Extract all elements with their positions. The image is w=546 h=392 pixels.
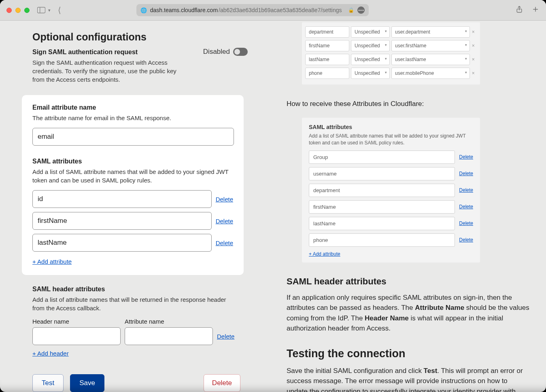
highlighted-card: Email attribute name The attribute name … <box>22 95 244 275</box>
delete-link: Delete <box>459 237 473 243</box>
ss2-title: SAML attributes <box>309 124 473 130</box>
howto-heading: How to receive these Attributes in Cloud… <box>287 100 530 108</box>
close-window-button[interactable] <box>6 8 12 13</box>
section-title: Optional configurations <box>32 31 248 43</box>
table-row: phone Unspecified user.mobilePhone × <box>305 68 477 79</box>
mapping-rule: Unspecified <box>351 54 390 65</box>
sidebar-toggle-icon[interactable] <box>37 6 46 15</box>
sign-saml-toggle[interactable] <box>233 48 248 56</box>
header-attrs-paragraph: If an application only requires specific… <box>287 292 529 334</box>
mapping-src: lastName <box>305 54 349 65</box>
mapping-rule: Unspecified <box>351 40 390 51</box>
saml-attr-row: Delete <box>32 190 233 208</box>
delete-attr-button[interactable]: Delete <box>216 239 233 246</box>
site-settings-icon: 🌐 <box>140 7 147 13</box>
ss2-desc: Add a list of SAML attribute names that … <box>309 133 473 146</box>
email-attr-title: Email attribute name <box>32 104 233 111</box>
sign-saml-row: Sign SAML authentication request Sign th… <box>32 49 248 88</box>
saml-header-attrs: SAML header attributes Add a list of att… <box>32 286 248 357</box>
delete-button[interactable]: Delete <box>204 374 240 392</box>
table-row: department Unspecified user.department × <box>305 26 477 38</box>
sign-saml-title: Sign SAML authentication request <box>32 49 198 56</box>
delete-link: Delete <box>459 154 473 160</box>
list-item: departmentDelete <box>309 184 473 197</box>
add-attribute-link: + Add attribute <box>309 251 340 257</box>
browser-window: ▾ ⟨ 🌐 dash.teams.cloudflare.com /ab62d3a… <box>0 0 546 392</box>
docs-panel: department Unspecified user.department ×… <box>258 21 546 392</box>
testing-paragraph: Save the initial SAML configuration and … <box>287 366 529 392</box>
new-tab-icon[interactable] <box>531 5 540 15</box>
header-name-label: Header name <box>32 318 121 325</box>
list-item: lastNameDelete <box>309 217 473 230</box>
svg-rect-0 <box>37 7 45 13</box>
add-attribute-button[interactable]: + Add attribute <box>32 258 72 265</box>
attribute-name-input[interactable] <box>125 327 213 345</box>
window-controls <box>6 8 30 13</box>
mapping-src: department <box>305 26 349 38</box>
saml-attr-input[interactable] <box>32 234 212 252</box>
close-icon: × <box>470 54 477 65</box>
save-button[interactable]: Save <box>70 374 104 392</box>
attribute-name-label: Attribute name <box>125 318 213 325</box>
saml-attr-row: Delete <box>32 212 233 230</box>
close-icon: × <box>470 68 477 79</box>
email-attr-desc: The attribute name for email in the SAML… <box>32 114 233 122</box>
back-button[interactable]: ⟨ <box>58 5 61 15</box>
saml-attr-input[interactable] <box>32 190 212 208</box>
saml-attrs-desc: Add a list of SAML attribute names that … <box>32 167 233 184</box>
mapping-dst: user.department <box>391 26 470 38</box>
header-attr-row: Header name Attribute name Delete <box>32 318 248 345</box>
delete-link: Delete <box>459 187 473 193</box>
mapping-src: firstName <box>305 40 349 51</box>
header-name-input[interactable] <box>32 327 121 345</box>
minimize-window-button[interactable] <box>15 8 21 13</box>
mapping-table: department Unspecified user.department ×… <box>305 24 477 81</box>
header-attrs-desc: Add a list of attribute names that will … <box>32 295 235 312</box>
mapping-screenshot: department Unspecified user.department ×… <box>302 22 480 85</box>
cloudflare-attrs-screenshot: SAML attributes Add a list of SAML attri… <box>302 118 480 263</box>
delete-header-button[interactable]: Delete <box>217 333 234 340</box>
mapping-rule: Unspecified <box>351 26 390 38</box>
testing-heading: Testing the connection <box>287 348 530 360</box>
share-icon[interactable] <box>515 5 523 15</box>
list-item: GroupDelete <box>309 150 473 164</box>
maximize-window-button[interactable] <box>24 8 30 13</box>
close-icon: × <box>470 40 477 51</box>
email-attr-input[interactable] <box>32 128 234 146</box>
mapping-rule: Unspecified <box>351 68 390 79</box>
toggle-state-label: Disabled <box>203 48 230 56</box>
delete-link: Delete <box>459 220 473 226</box>
test-button[interactable]: Test <box>32 374 64 392</box>
lock-icon: 🔒 <box>348 7 354 13</box>
url-path: /ab62d3ae63dd1b69acae53a635dea8e7/settin… <box>219 7 342 13</box>
mapping-dst: user.mobilePhone <box>391 68 470 79</box>
delete-attr-button[interactable]: Delete <box>216 196 233 203</box>
list-item: firstNameDelete <box>309 200 473 214</box>
delete-link: Delete <box>459 204 473 210</box>
saml-attr-input[interactable] <box>32 212 212 230</box>
close-icon: × <box>470 26 477 38</box>
settings-panel: Optional configurations Sign SAML authen… <box>0 21 258 392</box>
table-row: firstName Unspecified user.firstName × <box>305 40 477 51</box>
mapping-dst: user.lastName <box>391 54 470 65</box>
form-actions: Test Save Delete <box>32 374 248 392</box>
page-actions-icon[interactable]: ••• <box>357 6 365 14</box>
address-bar[interactable]: 🌐 dash.teams.cloudflare.com /ab62d3ae63d… <box>136 4 369 16</box>
chevron-down-icon[interactable]: ▾ <box>48 8 51 13</box>
header-attrs-heading: SAML header attributes <box>287 276 530 287</box>
list-item: usernameDelete <box>309 167 473 180</box>
saml-attr-row: Delete <box>32 234 233 252</box>
header-attrs-title: SAML header attributes <box>32 286 248 293</box>
delete-attr-button[interactable]: Delete <box>216 218 233 225</box>
mapping-dst: user.firstName <box>391 40 470 51</box>
sign-saml-desc: Sign the SAML authentication request wit… <box>32 58 186 84</box>
page-content: Optional configurations Sign SAML authen… <box>0 21 546 392</box>
list-item: phoneDelete <box>309 233 473 247</box>
add-header-button[interactable]: + Add header <box>32 350 69 357</box>
saml-attrs-title: SAML attributes <box>32 158 233 165</box>
table-row: lastName Unspecified user.lastName × <box>305 54 477 65</box>
url-host: dash.teams.cloudflare.com <box>150 7 218 13</box>
delete-link: Delete <box>459 171 473 176</box>
browser-chrome: ▾ ⟨ 🌐 dash.teams.cloudflare.com /ab62d3a… <box>0 0 546 21</box>
mapping-src: phone <box>305 68 349 79</box>
